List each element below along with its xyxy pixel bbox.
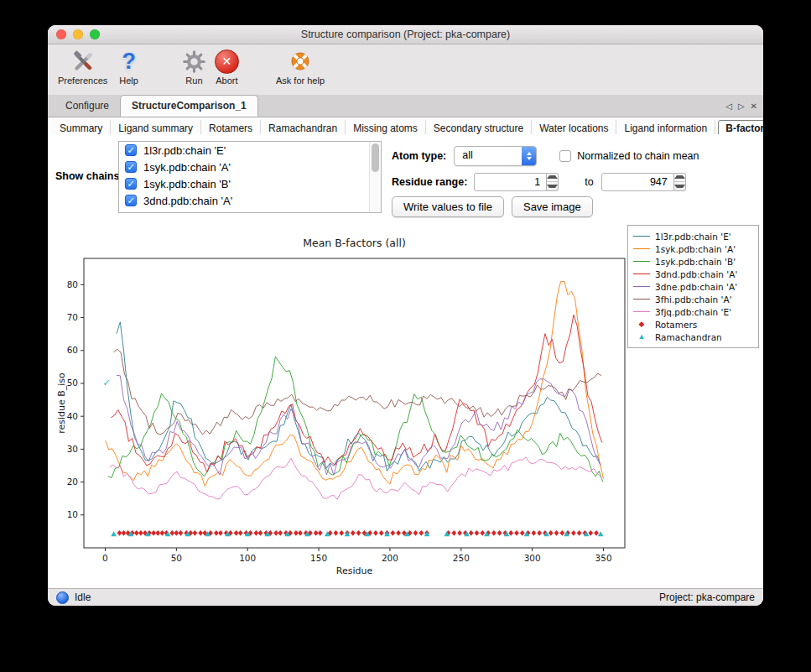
chain-rows: ✓1l3r.pdb:chain 'E'✓1syk.pdb:chain 'A'✓1…	[119, 142, 381, 209]
svg-text:50: 50	[67, 378, 78, 388]
chain-checkbox[interactable]: ✓	[125, 144, 137, 156]
save-image-button[interactable]: Save image	[512, 196, 593, 217]
legend-label: 1l3r.pdb:chain 'E'	[655, 232, 731, 242]
run-gear-icon	[182, 47, 206, 76]
svg-text:Residue: Residue	[336, 565, 373, 576]
legend-line-icon	[633, 286, 650, 287]
svg-text:100: 100	[239, 553, 256, 563]
svg-text:80: 80	[67, 279, 78, 289]
normalized-label: Normalized to chain mean	[577, 150, 699, 162]
legend-entry: 3fjq.pdb:chain 'E'	[633, 305, 753, 318]
svg-text:30: 30	[67, 444, 78, 454]
atom-type-value: all	[455, 147, 522, 165]
legend-entry: 1syk.pdb:chain 'B'	[633, 255, 753, 268]
normalized-checkbox[interactable]	[559, 150, 571, 162]
run-label: Run	[185, 76, 202, 86]
close-window-button[interactable]	[56, 29, 66, 39]
svg-text:Mean B-factors (all): Mean B-factors (all)	[303, 237, 406, 249]
legend-line-sample	[633, 236, 650, 237]
bfactor-chart: Mean B-factors (all)10203040506070800501…	[55, 218, 642, 582]
help-label: Help	[119, 76, 138, 86]
preferences-button[interactable]: Preferences	[58, 47, 107, 86]
ask-for-help-button[interactable]: Ask for help	[276, 47, 325, 86]
legend-line-icon	[633, 311, 650, 312]
chain-label: 1l3r.pdb:chain 'E'	[143, 144, 226, 157]
chain-list-scrollbar[interactable]	[369, 142, 381, 212]
legend-label: 1syk.pdb:chain 'B'	[655, 257, 736, 267]
legend-line-sample	[633, 261, 650, 262]
status-indicator-icon	[56, 591, 69, 604]
bfactor-controls: Show chains: ✓1l3r.pdb:chain 'E'✓1syk.pd…	[48, 134, 763, 218]
chain-label: 3dnd.pdb:chain 'A'	[143, 195, 232, 207]
svg-text:✓: ✓	[103, 378, 111, 388]
tab-nav-left-icon[interactable]: ◁	[725, 102, 732, 111]
toolbar: Preferences ? Help Run	[48, 44, 763, 95]
residue-from-stepper[interactable]	[547, 173, 559, 191]
traffic-lights	[56, 29, 100, 39]
legend-label: 3fjq.pdb:chain 'E'	[655, 307, 731, 317]
desktop-background: { "window": { "title": "Structure compar…	[0, 0, 811, 672]
legend-line-sample	[633, 286, 650, 287]
legend-line-icon	[633, 261, 650, 262]
chain-row[interactable]: ✓3dnd.pdb:chain 'A'	[119, 192, 381, 209]
run-button[interactable]: Run	[182, 47, 206, 86]
legend-line-icon	[633, 273, 650, 274]
legend-label: Ramachandran	[655, 332, 722, 342]
lifebuoy-icon	[289, 47, 312, 76]
legend-triangle-sample: ▲	[633, 333, 650, 341]
legend-line-sample	[633, 299, 650, 300]
chain-checkbox[interactable]: ✓	[125, 178, 137, 190]
residue-from-input[interactable]	[474, 173, 547, 191]
svg-text:residue B_iso: residue B_iso	[56, 372, 67, 434]
residue-range-row: Residue range: to	[392, 172, 686, 191]
chain-row[interactable]: ✓1l3r.pdb:chain 'E'	[119, 142, 381, 159]
minimize-window-button[interactable]	[73, 29, 83, 39]
show-chains-label: Show chains:	[55, 170, 123, 182]
help-button[interactable]: ? Help	[119, 47, 138, 86]
abort-button[interactable]: ✕ Abort	[215, 47, 239, 86]
atom-type-dropdown[interactable]: all	[454, 146, 537, 166]
chain-checkbox[interactable]: ✓	[125, 161, 137, 173]
atom-type-row: Atom type: all Normalized to chain mean	[392, 146, 699, 165]
chain-list[interactable]: ✓1l3r.pdb:chain 'E'✓1syk.pdb:chain 'A'✓1…	[118, 141, 382, 213]
tab-structurecomparison-1[interactable]: StructureComparison_1	[120, 95, 258, 117]
status-text: Idle	[75, 591, 91, 603]
chain-list-scrollbar-thumb[interactable]	[372, 143, 379, 172]
legend-line-sample	[633, 273, 650, 274]
atom-type-label: Atom type:	[392, 150, 446, 162]
app-window: Structure comparison (Project: pka-compa…	[48, 25, 763, 606]
status-project: Project: pka-compare	[659, 591, 755, 603]
chain-row[interactable]: ✓1syk.pdb:chain 'B'	[119, 175, 381, 192]
chain-row[interactable]: ✓1syk.pdb:chain 'A'	[119, 159, 381, 175]
svg-text:50: 50	[171, 553, 182, 563]
tab-navigation: ◁ ▷ ✕	[725, 95, 757, 117]
chain-checkbox[interactable]: ✓	[125, 195, 137, 206]
tab-nav-right-icon[interactable]: ▷	[738, 102, 745, 111]
legend-entry: 3dne.pdb:chain 'A'	[633, 280, 753, 293]
residue-to-input[interactable]	[601, 173, 674, 191]
title-bar[interactable]: Structure comparison (Project: pka-compa…	[48, 25, 763, 44]
normalized-checkbox-group[interactable]: Normalized to chain mean	[559, 150, 699, 162]
legend-entry: ▲Ramachandran	[633, 331, 753, 343]
chart-legend: 1l3r.pdb:chain 'E'1syk.pdb:chain 'A'1syk…	[627, 225, 759, 348]
svg-text:350: 350	[595, 553, 612, 563]
content-area: Show chains: ✓1l3r.pdb:chain 'E'✓1syk.pd…	[48, 134, 763, 589]
legend-label: 3dnd.pdb:chain 'A'	[655, 269, 737, 279]
legend-line-sample	[633, 248, 650, 249]
svg-text:40: 40	[67, 411, 78, 421]
svg-text:20: 20	[67, 477, 78, 487]
write-values-button[interactable]: Write values to file	[392, 196, 504, 217]
zoom-window-button[interactable]	[90, 29, 100, 39]
preferences-tools-icon	[70, 47, 96, 76]
svg-text:150: 150	[310, 553, 327, 563]
bfactor-figure: Mean B-factors (all)10203040506070800501…	[55, 218, 763, 589]
tab-close-icon[interactable]: ✕	[751, 102, 757, 111]
tab-configure[interactable]: Configure	[55, 95, 120, 117]
svg-text:0: 0	[102, 553, 108, 563]
abort-icon: ✕	[215, 47, 239, 76]
residue-to-stepper[interactable]	[674, 173, 686, 191]
svg-text:200: 200	[382, 553, 398, 563]
svg-text:10: 10	[67, 509, 78, 519]
legend-diamond-icon: ◆	[639, 320, 645, 328]
action-buttons-row: Write values to file Save image	[392, 196, 593, 217]
